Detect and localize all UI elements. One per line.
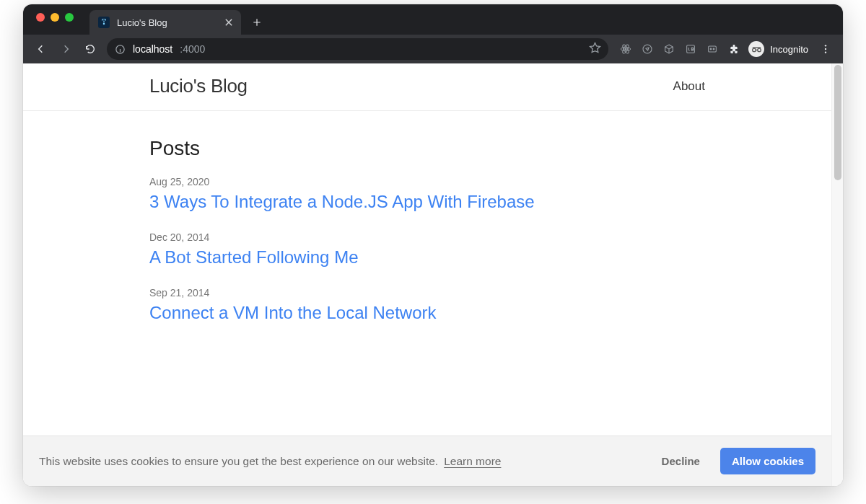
svg-point-9	[710, 48, 712, 50]
back-button[interactable]	[30, 38, 52, 60]
post-date: Aug 25, 2020	[149, 176, 705, 187]
new-tab-button[interactable]	[247, 12, 267, 32]
forward-button[interactable]	[55, 38, 76, 60]
bookmark-icon[interactable]	[589, 42, 601, 56]
svg-rect-8	[709, 46, 717, 52]
site-header: Lucio's Blog About	[23, 63, 831, 111]
post-title-link[interactable]: 3 Ways To Integrate a Node.JS App With F…	[149, 190, 705, 213]
extension-react-icon[interactable]	[616, 38, 636, 60]
extension-cube-icon[interactable]	[659, 38, 679, 60]
tab-title: Lucio's Blog	[117, 17, 218, 28]
cookie-learn-more-link[interactable]: Learn more	[444, 455, 501, 468]
posts-heading: Posts	[149, 137, 705, 160]
svg-point-11	[752, 48, 756, 52]
page-content: Lucio's Blog About Posts Aug 25, 2020 3 …	[23, 63, 831, 486]
window-maximize-icon[interactable]	[65, 13, 74, 22]
svg-point-13	[825, 45, 826, 46]
svg-point-14	[825, 48, 826, 50]
cookie-allow-button[interactable]: Allow cookies	[720, 448, 815, 474]
window-minimize-icon[interactable]	[51, 13, 59, 22]
incognito-icon	[748, 41, 764, 57]
url-port: :4000	[180, 43, 205, 55]
url-host: localhost	[133, 43, 172, 55]
window-controls	[36, 4, 74, 35]
svg-point-15	[825, 51, 826, 53]
svg-point-0	[103, 23, 105, 25]
window-close-icon[interactable]	[36, 13, 45, 22]
extension-compass-icon[interactable]	[637, 38, 657, 60]
reload-button[interactable]	[79, 38, 101, 60]
post-title-link[interactable]: A Bot Started Following Me	[149, 246, 705, 268]
page-viewport: Lucio's Blog About Posts Aug 25, 2020 3 …	[23, 63, 843, 486]
site-info-icon[interactable]	[114, 43, 126, 55]
extensions-menu-icon[interactable]	[724, 38, 744, 60]
profile-avatar[interactable]: Incognito	[745, 38, 814, 60]
cookie-message: This website uses cookies to ensure you …	[39, 455, 438, 468]
svg-point-12	[758, 48, 761, 52]
post-item: Dec 20, 2014 A Bot Started Following Me	[149, 231, 705, 268]
cookie-decline-button[interactable]: Decline	[655, 449, 707, 473]
post-item: Sep 21, 2014 Connect a VM Into the Local…	[149, 287, 705, 324]
svg-point-2	[625, 48, 626, 50]
svg-point-10	[713, 48, 714, 50]
browser-toolbar: localhost:4000	[23, 35, 843, 63]
vertical-scrollbar[interactable]	[831, 63, 843, 486]
svg-point-6	[643, 45, 652, 53]
post-date: Dec 20, 2014	[149, 231, 705, 243]
browser-menu-icon[interactable]	[815, 38, 836, 60]
tab-favicon-icon	[98, 17, 110, 28]
tab-strip: Lucio's Blog	[23, 4, 843, 35]
profile-label: Incognito	[770, 44, 808, 55]
address-bar[interactable]: localhost:4000	[107, 38, 608, 60]
post-date: Sep 21, 2014	[149, 287, 705, 299]
extension-jb-icon[interactable]	[681, 38, 701, 60]
site-title[interactable]: Lucio's Blog	[149, 75, 248, 97]
scrollbar-thumb[interactable]	[834, 65, 841, 180]
cookie-banner: This website uses cookies to ensure you …	[23, 436, 831, 486]
browser-window: Lucio's Blog localhost:4000	[23, 4, 843, 486]
post-title-link[interactable]: Connect a VM Into the Local Network	[149, 301, 705, 324]
extension-box-icon[interactable]	[702, 38, 722, 60]
browser-tab-active[interactable]: Lucio's Blog	[89, 10, 241, 35]
tab-close-icon[interactable]	[225, 19, 232, 26]
toolbar-extensions: Incognito	[616, 38, 836, 60]
post-item: Aug 25, 2020 3 Ways To Integrate a Node.…	[149, 176, 705, 213]
post-list: Aug 25, 2020 3 Ways To Integrate a Node.…	[149, 176, 705, 324]
nav-about-link[interactable]: About	[673, 79, 705, 94]
